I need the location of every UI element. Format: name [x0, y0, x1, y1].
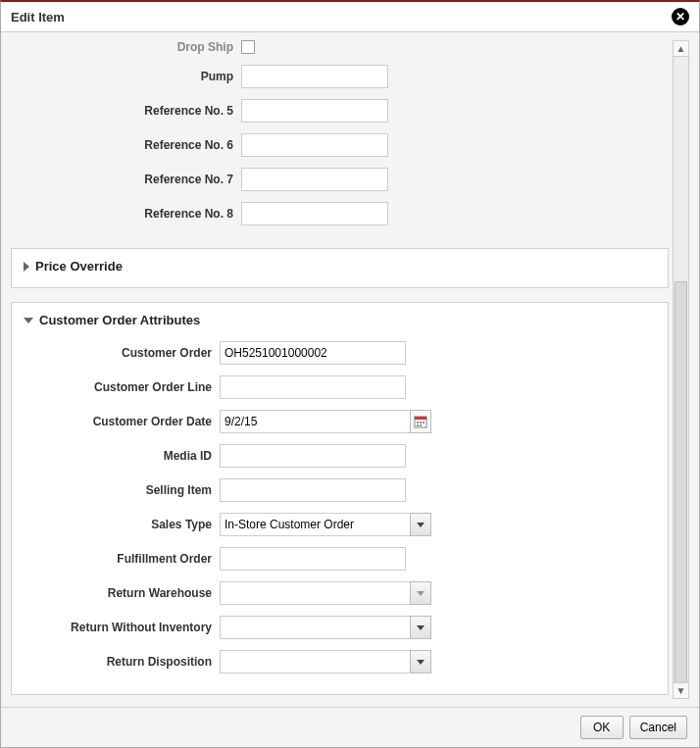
return-disposition-combo	[220, 650, 431, 673]
price-override-header[interactable]: Price Override	[24, 259, 656, 274]
caret-down-icon	[417, 660, 425, 665]
sales-type-dropdown-button[interactable]	[410, 513, 431, 536]
selling-item-label: Selling Item	[24, 483, 220, 497]
chevron-up-icon: ▲	[676, 43, 686, 54]
customer-order-attrs-body: Customer Order Customer Order Line Custo…	[24, 331, 656, 673]
drop-ship-label: Drop Ship	[11, 40, 241, 54]
edit-item-dialog: Edit Item ✕ Drop Ship Pump Reference N	[0, 0, 700, 748]
customer-order-date-field	[220, 410, 431, 433]
scroll-up-button[interactable]: ▲	[674, 41, 688, 57]
svg-rect-5	[423, 422, 425, 424]
pump-input[interactable]	[241, 65, 388, 88]
return-warehouse-dropdown-button[interactable]	[410, 581, 431, 605]
sales-type-label: Sales Type	[24, 518, 220, 531]
caret-down-icon	[417, 591, 425, 596]
row-drop-ship: Drop Ship	[11, 40, 669, 54]
return-without-inventory-combo	[220, 616, 431, 639]
section-customer-order-attributes: Customer Order Attributes Customer Order…	[11, 302, 669, 695]
row-ref7: Reference No. 7	[11, 168, 669, 191]
chevron-down-icon	[24, 318, 33, 324]
scroll-down-button[interactable]: ▼	[674, 682, 688, 698]
fulfillment-order-label: Fulfillment Order	[24, 552, 220, 566]
content-area: Drop Ship Pump Reference No. 5 Reference…	[11, 40, 669, 699]
price-override-title: Price Override	[35, 259, 123, 274]
customer-order-label: Customer Order	[24, 346, 220, 360]
customer-order-attrs-header[interactable]: Customer Order Attributes	[24, 313, 656, 327]
cancel-button[interactable]: Cancel	[629, 716, 687, 739]
customer-order-date-label: Customer Order Date	[24, 415, 220, 428]
return-without-inventory-label: Return Without Inventory	[24, 621, 220, 634]
media-id-input[interactable]	[220, 444, 406, 468]
svg-rect-3	[417, 422, 419, 424]
ref6-input[interactable]	[241, 133, 388, 157]
sales-type-combo	[220, 513, 431, 536]
chevron-down-icon: ▼	[676, 685, 686, 696]
return-warehouse-input[interactable]	[220, 581, 411, 605]
row-ref5: Reference No. 5	[11, 99, 669, 123]
close-button[interactable]: ✕	[672, 8, 689, 25]
ref5-label: Reference No. 5	[11, 104, 241, 118]
row-customer-order-date: Customer Order Date	[24, 410, 656, 433]
row-media-id: Media ID	[24, 444, 656, 468]
ref7-input[interactable]	[241, 168, 388, 191]
row-ref8: Reference No. 8	[11, 202, 669, 225]
row-sales-type: Sales Type	[24, 513, 656, 536]
fulfillment-order-input[interactable]	[220, 547, 406, 571]
dialog-title: Edit Item	[11, 10, 65, 25]
chevron-right-icon	[24, 262, 29, 272]
dialog-body: Drop Ship Pump Reference No. 5 Reference…	[1, 32, 699, 707]
row-fulfillment-order: Fulfillment Order	[24, 547, 656, 571]
ref6-label: Reference No. 6	[11, 138, 241, 152]
dialog-titlebar: Edit Item ✕	[1, 2, 699, 32]
return-without-inventory-dropdown-button[interactable]	[410, 616, 431, 639]
scroll-thumb[interactable]	[675, 281, 687, 693]
return-disposition-input[interactable]	[220, 650, 411, 673]
ref7-label: Reference No. 7	[11, 173, 241, 186]
ref8-input[interactable]	[241, 202, 388, 225]
row-pump: Pump	[11, 65, 669, 88]
scroll-wrapper: Drop Ship Pump Reference No. 5 Reference…	[11, 40, 689, 699]
svg-rect-7	[420, 424, 422, 426]
section-price-override: Price Override	[11, 248, 669, 288]
customer-order-input[interactable]	[220, 341, 406, 365]
svg-rect-6	[417, 424, 419, 426]
pump-label: Pump	[11, 70, 241, 83]
caret-down-icon	[417, 523, 425, 527]
row-return-disposition: Return Disposition	[24, 650, 656, 673]
media-id-label: Media ID	[24, 449, 220, 463]
return-disposition-label: Return Disposition	[24, 655, 220, 669]
return-without-inventory-input[interactable]	[220, 616, 411, 639]
customer-order-line-label: Customer Order Line	[24, 380, 220, 394]
ok-button[interactable]: OK	[580, 716, 624, 739]
customer-order-date-input[interactable]	[220, 410, 411, 433]
ref5-input[interactable]	[241, 99, 388, 123]
sales-type-input[interactable]	[220, 513, 411, 536]
row-customer-order-line: Customer Order Line	[24, 375, 656, 399]
calendar-icon	[414, 415, 427, 428]
row-customer-order: Customer Order	[24, 341, 656, 365]
row-selling-item: Selling Item	[24, 478, 656, 502]
customer-order-line-input[interactable]	[220, 375, 406, 399]
return-warehouse-combo	[220, 581, 431, 605]
upper-fields: Drop Ship Pump Reference No. 5 Reference…	[11, 40, 669, 248]
drop-ship-checkbox[interactable]	[241, 40, 255, 54]
svg-rect-1	[415, 417, 426, 420]
customer-order-attrs-title: Customer Order Attributes	[39, 313, 200, 327]
selling-item-input[interactable]	[220, 478, 406, 502]
row-return-warehouse: Return Warehouse	[24, 581, 656, 605]
ref8-label: Reference No. 8	[11, 207, 241, 221]
return-warehouse-label: Return Warehouse	[24, 586, 220, 600]
close-icon: ✕	[675, 11, 685, 23]
caret-down-icon	[417, 625, 425, 630]
row-return-without-inventory: Return Without Inventory	[24, 616, 656, 639]
dialog-footer: OK Cancel	[1, 707, 699, 747]
date-picker-button[interactable]	[410, 410, 431, 433]
row-ref6: Reference No. 6	[11, 133, 669, 157]
return-disposition-dropdown-button[interactable]	[410, 650, 431, 673]
vertical-scrollbar[interactable]: ▲ ▼	[673, 40, 689, 699]
svg-rect-4	[420, 422, 422, 424]
